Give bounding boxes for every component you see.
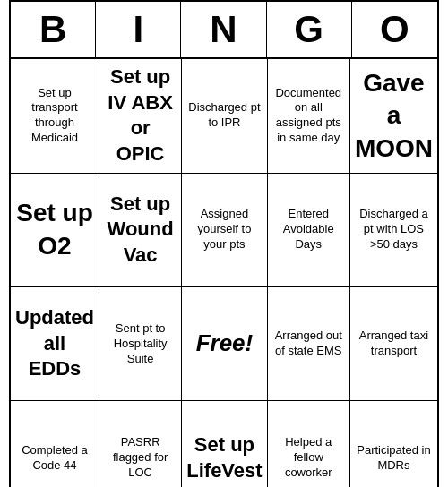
- bingo-cell-19[interactable]: Participated in MDRs: [350, 401, 437, 487]
- bingo-cell-17[interactable]: Set up LifeVest: [182, 401, 267, 487]
- bingo-cell-16[interactable]: PASRR flagged for LOC: [99, 401, 182, 487]
- bingo-cell-8[interactable]: Entered Avoidable Days: [268, 174, 350, 287]
- bingo-cell-13[interactable]: Arranged out of state EMS: [268, 287, 350, 401]
- bingo-letter-g: G: [267, 2, 352, 57]
- bingo-cell-10[interactable]: Updated all EDDs: [11, 287, 99, 401]
- bingo-cell-6[interactable]: Set up Wound Vac: [99, 174, 182, 287]
- bingo-card: BINGO Set up transport through MedicaidS…: [9, 0, 439, 487]
- bingo-cell-11[interactable]: Sent pt to Hospitality Suite: [99, 287, 182, 401]
- bingo-letter-b: B: [11, 2, 96, 57]
- bingo-cell-14[interactable]: Arranged taxi transport: [350, 287, 437, 401]
- bingo-cell-2[interactable]: Discharged pt to IPR: [182, 59, 267, 173]
- bingo-cell-0[interactable]: Set up transport through Medicaid: [11, 59, 99, 173]
- bingo-header: BINGO: [11, 2, 437, 59]
- bingo-cell-1[interactable]: Set up IV ABX or OPIC: [99, 59, 182, 173]
- bingo-cell-12[interactable]: Free!: [182, 287, 267, 401]
- bingo-cell-5[interactable]: Set up O2: [11, 174, 99, 287]
- bingo-cell-9[interactable]: Discharged a pt with LOS >50 days: [350, 174, 437, 287]
- bingo-cell-3[interactable]: Documented on all assigned pts in same d…: [268, 59, 350, 173]
- bingo-grid: Set up transport through MedicaidSet up …: [11, 59, 437, 487]
- bingo-cell-18[interactable]: Helped a fellow coworker: [268, 401, 350, 487]
- bingo-cell-15[interactable]: Completed a Code 44: [11, 401, 99, 487]
- bingo-cell-7[interactable]: Assigned yourself to your pts: [182, 174, 267, 287]
- bingo-letter-i: I: [96, 2, 181, 57]
- bingo-cell-4[interactable]: Gave a MOON: [350, 59, 437, 173]
- bingo-letter-n: N: [181, 2, 266, 57]
- bingo-letter-o: O: [352, 2, 437, 57]
